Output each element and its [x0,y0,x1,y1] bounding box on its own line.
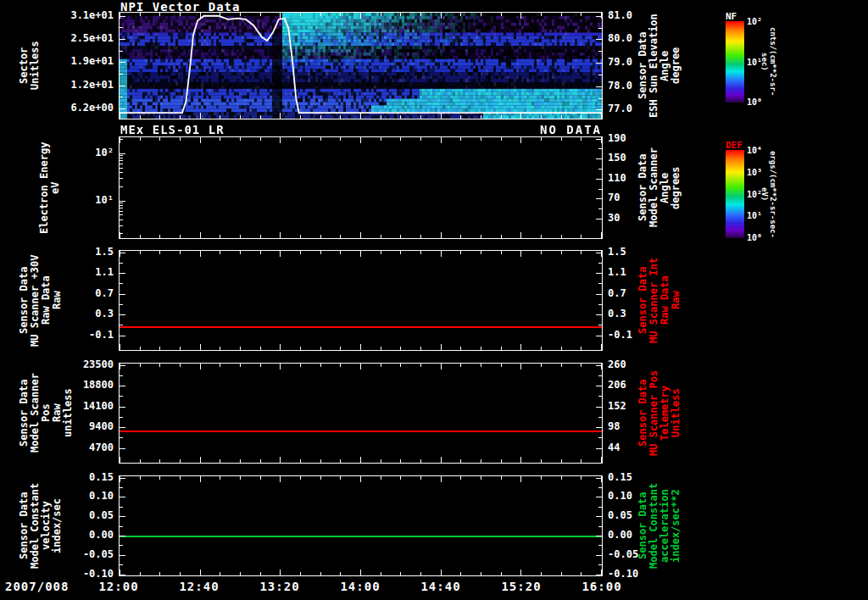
y-minor-tick [120,155,123,156]
x-tick [159,137,160,141]
x-tick [400,347,401,350]
y-minor-tick [120,211,123,212]
x-tick [481,13,481,16]
x-tick [460,364,461,367]
x-tick [280,364,281,369]
y-minor-tick [120,160,123,161]
x-tick [400,459,401,463]
x-tick-label: 14:40 [411,580,470,593]
x-tick [140,459,141,463]
x-tick [400,476,401,480]
y-minor-tick [120,263,123,264]
x-tick [381,572,381,575]
x-tick [280,476,281,482]
colorbar-tick-label: 10³ [747,168,762,177]
x-tick [220,137,220,141]
x-tick [360,569,361,575]
series-line-model-constant [120,536,602,537]
y-minor-tick [598,375,602,376]
x-tick [441,476,442,482]
panel2-right-axis-label: Sensor Data Model Scanner Angle degrees [637,136,682,239]
y-minor-tick [598,437,602,438]
x-tick [180,251,181,254]
x-tick [180,13,181,16]
y-tick [120,39,125,40]
x-tick [561,347,562,350]
right-tick-label: 260 [608,358,626,370]
colorbar-tick-label: 10¹ [747,58,762,67]
x-tick [140,235,141,238]
x-tick [581,251,581,254]
y-minor-tick [120,325,123,325]
x-tick [481,364,481,367]
y-tick [596,386,602,386]
x-tick [140,251,141,254]
x-tick [320,347,321,350]
x-tick [481,347,481,350]
y-tick [120,62,125,63]
def-colorbar [726,150,744,238]
x-tick [481,235,481,238]
x-tick [601,457,602,463]
x-tick [501,572,502,575]
x-tick [180,476,181,480]
x-tick [520,137,521,143]
x-tick [501,235,502,238]
y-minor-tick [598,487,602,488]
x-tick [481,137,481,141]
left-tick-label: 10² [95,147,114,158]
y-minor-tick [120,139,123,140]
left-tick-label: 23500 [83,358,114,370]
x-tick [280,344,281,350]
x-tick [460,459,461,463]
x-tick [300,13,301,16]
x-tick [460,476,461,480]
right-tick-label: 44 [608,442,620,453]
colorbar-tick-label: 10⁴ [747,146,762,155]
y-tick [120,386,125,386]
x-tick [460,251,461,254]
y-tick [596,407,602,408]
y-minor-tick [120,417,123,418]
x-tick [159,572,160,575]
x-tick [260,251,261,254]
x-tick [501,251,502,254]
left-tick-label: 18800 [83,379,114,391]
y-tick [596,139,602,140]
x-tick-label: 13:20 [250,580,309,593]
x-tick [601,113,602,119]
x-tick [240,251,241,254]
left-tick-label: 2.5e+01 [70,32,114,44]
x-tick [420,459,421,463]
x-tick [400,115,401,119]
x-tick [320,364,321,367]
x-tick [381,137,381,141]
panel5-left-axis-label: Sensor Data Model Constant velocity inde… [19,475,63,576]
x-tick [300,115,301,119]
x-tick [400,364,401,367]
y-tick [596,497,602,497]
x-tick [381,251,381,254]
right-tick-label: 0.7 [608,287,626,299]
x-tick [360,232,361,238]
x-tick [581,459,581,463]
panel3-left-axis-label: Sensor Data MU Scanner +30V Raw Data Raw [19,250,63,351]
x-tick [159,235,160,238]
x-tick [581,13,581,16]
x-tick [340,347,341,350]
x-tick [240,572,241,575]
series-line-mu-scanner-raw [120,326,602,328]
right-tick-label: 152 [608,400,626,412]
x-tick [520,113,521,119]
x-tick [140,137,141,141]
panel1-left-axis-label: Sector Unitless [19,12,41,119]
x-tick [320,115,321,119]
y-tick [120,516,125,517]
x-tick [260,364,261,367]
x-tick [561,235,562,238]
x-tick [340,235,341,238]
date-label: 2007/008 [5,580,69,593]
x-tick [360,137,361,143]
y-tick [596,314,602,315]
x-tick [260,476,261,480]
